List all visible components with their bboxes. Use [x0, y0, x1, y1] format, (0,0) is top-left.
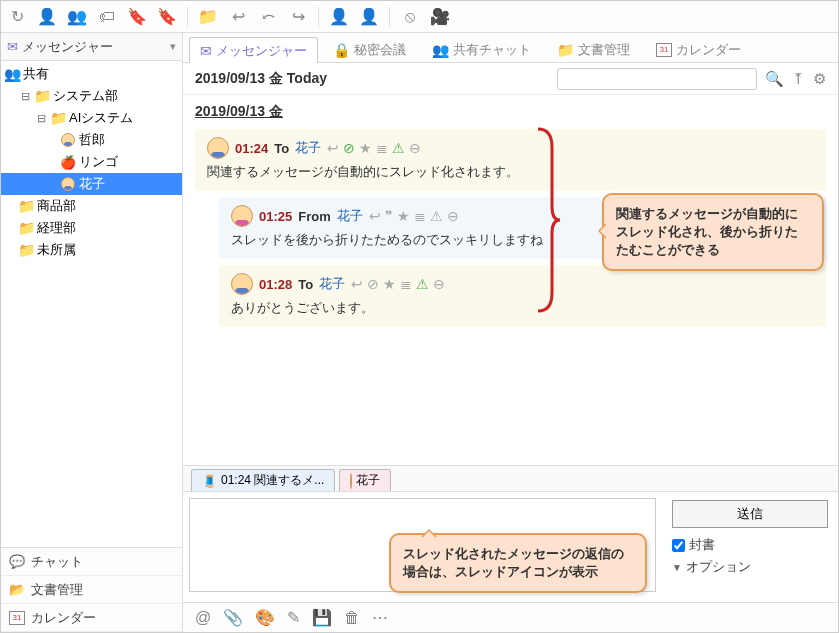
folder-icon: 📁: [51, 111, 65, 125]
expander-icon[interactable]: ⊟: [19, 90, 31, 103]
compose-tab[interactable]: 花子: [339, 469, 391, 491]
save-icon[interactable]: 💾: [312, 608, 332, 627]
compose-tab-label: 花子: [356, 472, 380, 489]
group-icon[interactable]: 👥: [67, 7, 87, 27]
reply-icon[interactable]: ↩: [369, 208, 381, 224]
edit-icon[interactable]: ✎: [287, 608, 300, 627]
reply-icon[interactable]: ↩: [351, 276, 363, 292]
avatar-icon: [231, 205, 253, 227]
more-icon[interactable]: ⋯: [372, 608, 388, 627]
minus-icon[interactable]: ⊖: [409, 140, 421, 156]
quote-icon[interactable]: ❞: [385, 208, 393, 224]
at-icon[interactable]: @: [195, 609, 211, 627]
tab-people[interactable]: 👥共有チャット: [421, 36, 542, 62]
lock-icon: 🔒: [333, 42, 350, 58]
tree-item[interactable]: 哲郎: [1, 129, 182, 151]
compose-tab-label: 01:24 関連するメ...: [221, 472, 324, 489]
chevron-down-icon[interactable]: ▾: [170, 40, 176, 53]
opt-options[interactable]: ▼ オプション: [672, 558, 828, 576]
tree-item[interactable]: ⊟📁AIシステム: [1, 107, 182, 129]
tab-folder[interactable]: 📁文書管理: [546, 36, 641, 62]
leftnav-label: チャット: [31, 553, 83, 571]
check-green-icon[interactable]: ⊘: [343, 140, 355, 156]
chat-icon: 💬: [9, 554, 25, 569]
cal-icon: 31: [656, 43, 672, 57]
contact-tree: 👥共有⊟📁システム部⊟📁AIシステム哲郎🍎リンゴ花子📁商品部📁経理部📁未所属: [1, 61, 182, 547]
message: 01:24To花子↩⊘★≣⚠⊖関連するメッセージが自動的にスレッド化されます。: [195, 129, 826, 191]
star-icon[interactable]: ★: [383, 276, 396, 292]
msg-who: 花子: [295, 139, 321, 157]
tree-label: 共有: [23, 65, 49, 83]
reply-all-icon[interactable]: ⤺: [258, 7, 278, 27]
minus-icon[interactable]: ⊖: [433, 276, 445, 292]
palette-icon[interactable]: 🎨: [255, 608, 275, 627]
bookmark2-icon[interactable]: 🔖: [157, 7, 177, 27]
msg-actions: ↩⊘★≣⚠⊖: [351, 276, 445, 292]
leftnav-label: カレンダー: [31, 609, 96, 627]
forward-icon[interactable]: ↪: [288, 7, 308, 27]
search-icon[interactable]: 🔍: [765, 70, 784, 88]
user-green-icon[interactable]: 👤: [359, 7, 379, 27]
tree-item[interactable]: 🍎リンゴ: [1, 151, 182, 173]
send-button[interactable]: 送信: [672, 500, 828, 528]
tree-item[interactable]: 👥共有: [1, 63, 182, 85]
msg-direction: To: [274, 141, 289, 156]
up-icon[interactable]: ⤒: [792, 70, 805, 88]
tab-lock[interactable]: 🔒秘密会議: [322, 36, 417, 62]
tree-item[interactable]: ⊟📁システム部: [1, 85, 182, 107]
gear-icon[interactable]: ⚙: [813, 70, 826, 88]
list-icon[interactable]: ≣: [414, 208, 426, 224]
current-date: 2019/09/13 金 Today: [195, 70, 327, 88]
warn-icon[interactable]: ⚠: [430, 208, 443, 224]
leftnav-chat[interactable]: 💬チャット: [1, 548, 182, 576]
list-icon[interactable]: ≣: [400, 276, 412, 292]
video-icon[interactable]: 🎥: [430, 7, 450, 27]
warn-green-icon[interactable]: ⚠: [392, 140, 405, 156]
compose-tab[interactable]: 🧵01:24 関連するメ...: [191, 469, 335, 491]
tree-item[interactable]: 📁経理部: [1, 217, 182, 239]
ban-icon[interactable]: ⦸: [400, 7, 420, 27]
mail-icon: ✉: [200, 43, 212, 59]
tag-icon[interactable]: 🏷: [97, 7, 117, 27]
folder-icon[interactable]: 📁: [198, 7, 218, 27]
tab-label: カレンダー: [676, 41, 741, 59]
avatar-icon: [61, 177, 75, 191]
tab-cal[interactable]: 31カレンダー: [645, 36, 752, 62]
search-input[interactable]: [557, 68, 757, 90]
reply-icon[interactable]: ↩: [228, 7, 248, 27]
star-icon[interactable]: ★: [397, 208, 410, 224]
msg-time: 01:25: [259, 209, 292, 224]
minus-icon[interactable]: ⊖: [447, 208, 459, 224]
reply-icon[interactable]: ↩: [327, 140, 339, 156]
leftnav-cal[interactable]: 31カレンダー: [1, 604, 182, 632]
user-red-icon[interactable]: 👤: [329, 7, 349, 27]
main-tabs: ✉メッセンジャー🔒秘密会議👥共有チャット📁文書管理31カレンダー: [183, 33, 838, 63]
tree-item[interactable]: 📁未所属: [1, 239, 182, 261]
msg-direction: To: [298, 277, 313, 292]
tree-item[interactable]: 花子: [1, 173, 182, 195]
msg-time: 01:24: [235, 141, 268, 156]
opt-seal[interactable]: 封書: [672, 536, 828, 554]
tab-mail[interactable]: ✉メッセンジャー: [189, 37, 318, 63]
left-nav-header[interactable]: ✉ メッセンジャー ▾: [1, 33, 182, 61]
top-toolbar: ↻👤👥🏷🔖🔖📁↩⤺↪👤👤⦸🎥: [1, 1, 838, 33]
clip-icon[interactable]: 📎: [223, 608, 243, 627]
expander-icon[interactable]: ⊟: [35, 112, 47, 125]
check-icon[interactable]: ⊘: [367, 276, 379, 292]
warn-green-icon[interactable]: ⚠: [416, 276, 429, 292]
seal-checkbox[interactable]: [672, 539, 685, 552]
bookmark-icon[interactable]: 🔖: [127, 7, 147, 27]
msg-actions: ↩⊘★≣⚠⊖: [327, 140, 421, 156]
tree-label: 花子: [79, 175, 105, 193]
leftnav-docs[interactable]: 📂文書管理: [1, 576, 182, 604]
callout-thread-icon: スレッド化されたメッセージの返信の場合は、スレッドアイコンが表示: [389, 533, 647, 593]
left-bottom-nav: 💬チャット📂文書管理31カレンダー: [1, 547, 182, 632]
tree-item[interactable]: 📁商品部: [1, 195, 182, 217]
user-icon[interactable]: 👤: [37, 7, 57, 27]
refresh-icon[interactable]: ↻: [7, 7, 27, 27]
trash-icon[interactable]: 🗑: [344, 609, 360, 627]
star-icon[interactable]: ★: [359, 140, 372, 156]
list-icon[interactable]: ≣: [376, 140, 388, 156]
thread-date-header: 2019/09/13 金: [195, 103, 826, 121]
tree-label: 商品部: [37, 197, 76, 215]
